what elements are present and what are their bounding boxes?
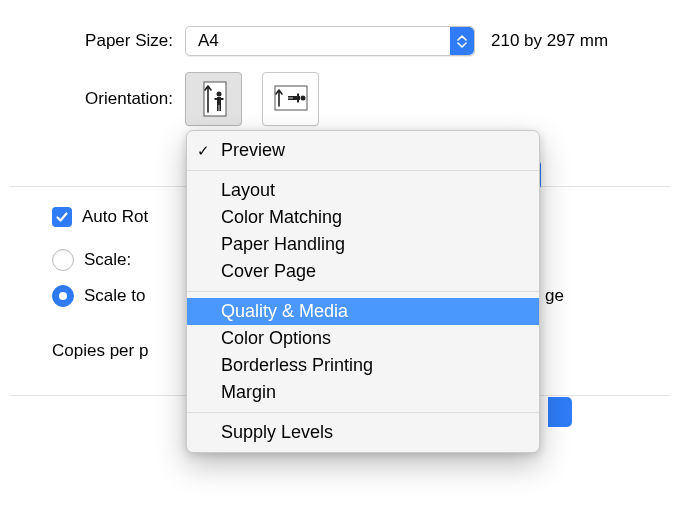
svg-rect-4 [217, 105, 219, 111]
menu-item-label: Color Matching [221, 207, 342, 227]
menu-item-label: Quality & Media [221, 301, 348, 321]
select-stepper-icon [450, 27, 474, 55]
menu-item-label: Layout [221, 180, 275, 200]
svg-point-7 [300, 96, 305, 101]
menu-item-label: Borderless Printing [221, 355, 373, 375]
menu-item-label: Cover Page [221, 261, 316, 281]
paper-dimensions: 210 by 297 mm [491, 31, 608, 51]
landscape-icon [269, 81, 313, 117]
menu-item-borderless-printing[interactable]: Borderless Printing [187, 352, 539, 379]
svg-rect-5 [219, 105, 221, 111]
menu-item-quality-media[interactable]: Quality & Media [187, 298, 539, 325]
menu-item-label: Color Options [221, 328, 331, 348]
paper-size-row: Paper Size: A4 210 by 297 mm [0, 26, 680, 56]
copies-label: Copies per p [52, 341, 148, 361]
menu-item-color-options[interactable]: Color Options [187, 325, 539, 352]
paper-size-select[interactable]: A4 [185, 26, 475, 56]
menu-item-layout[interactable]: Layout [187, 177, 539, 204]
scale-label: Scale: [84, 250, 131, 270]
orientation-label: Orientation: [0, 89, 185, 109]
svg-rect-11 [288, 98, 293, 100]
svg-point-1 [216, 92, 221, 97]
check-icon: ✓ [197, 142, 210, 160]
scale-to-fit-radio[interactable] [52, 285, 74, 307]
paper-size-value: A4 [198, 31, 219, 51]
menu-item-supply-levels[interactable]: Supply Levels [187, 419, 539, 446]
copies-select-stepper[interactable] [548, 397, 572, 427]
menu-separator [187, 291, 539, 292]
menu-item-paper-handling[interactable]: Paper Handling [187, 231, 539, 258]
menu-item-margin[interactable]: Margin [187, 379, 539, 406]
auto-rotate-label: Auto Rot [82, 207, 148, 227]
menu-separator [187, 412, 539, 413]
check-icon [55, 210, 69, 224]
scale-to-fit-label: Scale to [84, 286, 145, 306]
scale-to-fit-trailing: ge [545, 286, 564, 306]
svg-rect-9 [297, 94, 299, 103]
scale-radio[interactable] [52, 249, 74, 271]
menu-item-preview[interactable]: ✓ Preview [187, 137, 539, 164]
menu-item-cover-page[interactable]: Cover Page [187, 258, 539, 285]
auto-rotate-checkbox[interactable] [52, 207, 72, 227]
orientation-row: Orientation: [0, 72, 680, 126]
options-menu[interactable]: ✓ Preview Layout Color Matching Paper Ha… [186, 130, 540, 453]
svg-rect-3 [214, 98, 223, 100]
portrait-icon [197, 78, 231, 120]
menu-item-label: Supply Levels [221, 422, 333, 442]
orientation-landscape-button[interactable] [262, 72, 319, 126]
menu-item-label: Preview [221, 140, 285, 160]
paper-size-label: Paper Size: [0, 31, 185, 51]
menu-item-label: Margin [221, 382, 276, 402]
menu-item-label: Paper Handling [221, 234, 345, 254]
menu-separator [187, 170, 539, 171]
orientation-portrait-button[interactable] [185, 72, 242, 126]
svg-rect-10 [288, 96, 293, 98]
menu-item-color-matching[interactable]: Color Matching [187, 204, 539, 231]
